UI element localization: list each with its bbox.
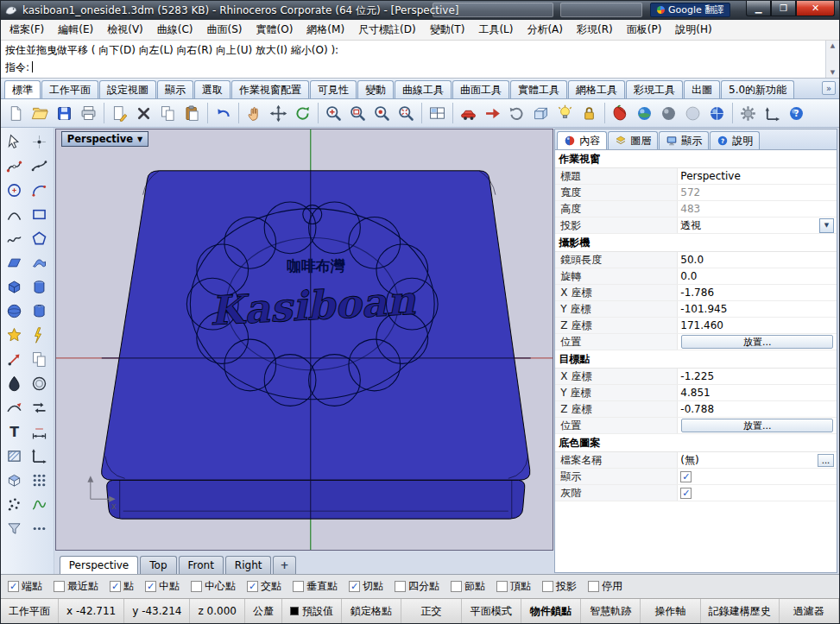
menu-item-11[interactable]: 彩現(R): [570, 21, 620, 39]
named-views-button[interactable]: [457, 102, 480, 125]
command-prompt-line[interactable]: 指令:: [5, 59, 824, 76]
explode-button[interactable]: [27, 323, 52, 347]
prop-checkbox[interactable]: ✓: [680, 471, 692, 482]
new-viewport-tab-button[interactable]: +: [273, 556, 295, 574]
prop-checkbox[interactable]: ✓: [680, 488, 692, 499]
osnap-checkbox[interactable]: [54, 581, 65, 592]
minimize-button[interactable]: ▁: [746, 1, 771, 16]
osnap-點[interactable]: ✓點: [110, 579, 134, 594]
shade-mode-button[interactable]: [657, 102, 680, 125]
circle-center-button[interactable]: [2, 178, 27, 202]
status-segment-4[interactable]: 公釐: [245, 599, 282, 623]
zoom-extents-button[interactable]: [395, 102, 418, 125]
osnap-停用[interactable]: 停用: [588, 579, 622, 594]
cplane-button[interactable]: [529, 102, 553, 125]
toolbar-tab-3[interactable]: 顯示: [157, 80, 193, 98]
render-button[interactable]: [609, 102, 632, 125]
solid-box-button[interactable]: [2, 274, 27, 299]
osnap-四分點[interactable]: 四分點: [395, 579, 439, 594]
osnap-中心點[interactable]: 中心點: [191, 579, 236, 594]
toolbar-tab-10[interactable]: 實體工具: [510, 80, 567, 98]
toolbar-tab-6[interactable]: 可見性: [310, 80, 357, 98]
status-segment-9[interactable]: 物件鎖點: [521, 599, 581, 623]
freeform-curve-button[interactable]: [2, 226, 27, 250]
menu-item-5[interactable]: 實體(O): [249, 21, 300, 39]
select-button[interactable]: [2, 129, 27, 154]
place-button[interactable]: 放置...: [681, 335, 833, 349]
menu-item-12[interactable]: 面板(P): [620, 21, 669, 39]
more-tools-button[interactable]: [27, 516, 52, 540]
prop-text-field[interactable]: 0.0: [680, 270, 834, 282]
status-segment-8[interactable]: 平面模式: [462, 599, 521, 623]
status-segment-13[interactable]: 過濾器: [780, 599, 839, 623]
prop-text-field[interactable]: 透視: [680, 218, 818, 233]
block-insert-button[interactable]: [2, 468, 27, 492]
copy-button[interactable]: [156, 102, 180, 125]
osnap-最近點[interactable]: 最近點: [54, 579, 98, 594]
scroll-down-icon[interactable]: ▼: [831, 69, 835, 76]
toolbar-tab-4[interactable]: 選取: [194, 80, 231, 98]
menu-item-2[interactable]: 檢視(V): [100, 21, 150, 39]
options-button[interactable]: [736, 102, 760, 125]
arc-center-button[interactable]: [27, 178, 52, 202]
command-area[interactable]: 按住並拖曳做平移 ( 向下(D) 向左(L) 向右(R) 向上(U) 放大(I)…: [1, 41, 839, 79]
move-view-button[interactable]: [267, 102, 290, 125]
plane-surface-button[interactable]: [2, 250, 27, 274]
osnap-投影[interactable]: 投影: [542, 579, 577, 594]
osnap-checkbox[interactable]: ✓: [349, 581, 360, 592]
prop-text-field[interactable]: Perspective: [680, 170, 834, 182]
hatch-button[interactable]: [2, 444, 27, 468]
toolbar-tab-11[interactable]: 網格工具: [568, 80, 625, 98]
osnap-checkbox[interactable]: ✓: [145, 581, 156, 592]
viewport-tab-right[interactable]: Right: [225, 556, 272, 574]
toolbar-tab-5[interactable]: 作業視窗配置: [231, 80, 309, 98]
menu-item-8[interactable]: 變動(T): [423, 21, 472, 39]
toolbar-tab-8[interactable]: 曲線工具: [395, 80, 452, 98]
status-segment-7[interactable]: 正交: [401, 599, 461, 623]
axes-button[interactable]: [761, 102, 784, 125]
display-globe-button[interactable]: [705, 102, 729, 125]
curve-interpolate-button[interactable]: [27, 154, 52, 178]
help-button[interactable]: ?: [785, 102, 808, 125]
command-scrollbar[interactable]: ▲▼: [825, 41, 839, 78]
offset-button[interactable]: [27, 371, 52, 395]
scroll-up-icon[interactable]: ▲: [831, 42, 835, 49]
toolbar-tab-9[interactable]: 曲面工具: [452, 80, 509, 98]
polygon-button[interactable]: [27, 226, 52, 250]
osnap-checkbox[interactable]: [395, 581, 406, 592]
light-button[interactable]: [553, 102, 577, 125]
close-button[interactable]: ✕: [796, 1, 835, 16]
osnap-頂點[interactable]: 頂點: [496, 579, 531, 594]
solid-cylinder-button[interactable]: [27, 274, 52, 299]
osnap-checkbox[interactable]: [191, 581, 202, 592]
osnap-端點[interactable]: ✓端點: [8, 579, 42, 594]
single-point-button[interactable]: [27, 129, 52, 154]
toolbar-tab-7[interactable]: 變動: [357, 80, 394, 98]
delete-button[interactable]: [132, 102, 155, 125]
viewport-tab-top[interactable]: Top: [140, 556, 176, 574]
panel-tab-properties[interactable]: 內容: [557, 131, 607, 149]
status-segment-1[interactable]: x -42.711: [59, 599, 124, 623]
osnap-checkbox[interactable]: [496, 581, 508, 592]
conic-button[interactable]: [2, 202, 27, 226]
osnap-垂直點[interactable]: 垂直點: [293, 579, 338, 594]
zoom-window-button[interactable]: [346, 102, 369, 125]
menu-item-9[interactable]: 工具(L): [471, 21, 520, 39]
boolean-difference-button[interactable]: [2, 371, 27, 395]
flip-direction-button[interactable]: [27, 395, 52, 419]
place-button[interactable]: 放置...: [681, 419, 833, 432]
panel-tab-display[interactable]: 顯示: [659, 131, 709, 149]
osnap-checkbox[interactable]: [293, 581, 304, 592]
extract-isocurve-button[interactable]: [2, 395, 27, 419]
dimension-button[interactable]: [27, 419, 52, 444]
status-segment-2[interactable]: y -43.214: [124, 599, 190, 623]
prop-text-field[interactable]: 483: [680, 203, 834, 215]
array-button[interactable]: [27, 468, 52, 492]
menu-item-3[interactable]: 曲線(C): [150, 21, 200, 39]
pan-button[interactable]: [243, 102, 266, 125]
viewport-layout-button[interactable]: [426, 102, 449, 125]
status-segment-3[interactable]: z 0.000: [190, 599, 244, 623]
status-segment-12[interactable]: 記錄建構歷史: [701, 599, 780, 623]
zoom-dynamic-button[interactable]: [322, 102, 345, 125]
undo-button[interactable]: [212, 102, 235, 125]
